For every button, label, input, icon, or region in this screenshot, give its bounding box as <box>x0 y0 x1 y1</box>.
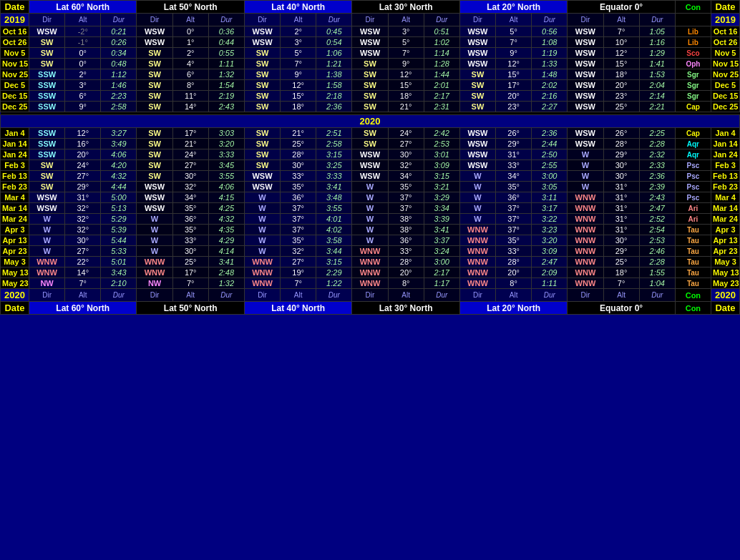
eq-dur-sub: Dur <box>639 14 675 26</box>
date-cell-right: Mar 14 <box>711 203 740 214</box>
dir-cell: WSW <box>244 182 280 192</box>
alt-cell: 33° <box>496 160 532 171</box>
dur-cell: 2:42 <box>424 128 459 139</box>
alt-cell: 7° <box>172 278 208 289</box>
date-cell-right: Apr 13 <box>711 235 740 246</box>
alt-cell: 18° <box>388 91 424 102</box>
dur-cell: 2:43 <box>208 102 244 112</box>
dir-cell: SW <box>137 102 172 112</box>
dur-cell: 3:15 <box>316 257 352 267</box>
alt-cell: 35° <box>496 235 532 246</box>
alt-cell: 37° <box>496 225 532 235</box>
date-cell: May 3 <box>1 257 29 267</box>
dur-cell: 3:21 <box>424 182 459 192</box>
dir-cell: WNW <box>568 257 603 267</box>
dur-cell: 2:31 <box>424 102 459 112</box>
dir-cell: SW <box>29 48 65 59</box>
alt-cell: 32° <box>172 182 208 192</box>
dir-cell: SW <box>137 48 172 59</box>
dur-cell: 2:14 <box>639 91 675 102</box>
date-cell: Oct 16 <box>1 26 29 37</box>
dir-cell: W <box>568 182 603 192</box>
alt-cell: 24° <box>388 128 424 139</box>
alt-cell: 37° <box>496 203 532 214</box>
date-cell: Feb 3 <box>1 160 29 171</box>
con-cell: Sgr <box>675 80 711 91</box>
alt-cell: 36° <box>496 192 532 203</box>
dur-cell: 5:33 <box>101 246 137 257</box>
dur-cell: 1:16 <box>639 37 675 48</box>
alt-cell: 38° <box>388 214 424 225</box>
dir-cell: WSW <box>29 26 65 37</box>
table-row: May 23 NW 7° 2:10 NW 7° 1:32 WNW 7° 1:22… <box>1 278 740 289</box>
dur-cell: 3:22 <box>532 214 568 225</box>
dur-cell: 3:17 <box>532 203 568 214</box>
alt-cell: 7° <box>65 278 101 289</box>
alt-cell: 31° <box>603 192 639 203</box>
lat40-dir-sub-bot: Dir <box>244 289 280 302</box>
dur-cell: 5:01 <box>101 257 137 267</box>
dur-cell: 1:54 <box>208 80 244 91</box>
table-row: Feb 13 SW 27° 4:32 SW 30° 3:55 WSW 33° 3… <box>1 171 740 182</box>
dur-cell: 3:37 <box>424 235 459 246</box>
dur-cell: 1:19 <box>532 48 568 59</box>
dir-cell: SW <box>29 37 65 48</box>
table-row: Oct 16 WSW -2° 0:21 WSW 0° 0:36 WSW 2° 0… <box>1 26 740 37</box>
dir-cell: WSW <box>459 26 495 37</box>
dur-cell: 4:35 <box>208 225 244 235</box>
lat50-alt-sub-bot: Alt <box>172 289 208 302</box>
dur-cell: 3:41 <box>316 182 352 192</box>
dur-cell: 3:01 <box>424 149 459 160</box>
year-2019-top: 2019 <box>1 14 29 26</box>
alt-cell: 12° <box>65 128 101 139</box>
dur-cell: 5:00 <box>101 192 137 203</box>
alt-cell: 0° <box>65 59 101 69</box>
dir-cell: WNW <box>568 235 603 246</box>
lat60-header-bot: Lat 60° North <box>29 302 137 315</box>
alt-cell: 37° <box>388 192 424 203</box>
dir-cell: W <box>244 214 280 225</box>
alt-cell: 5° <box>496 26 532 37</box>
dur-cell: 4:06 <box>208 182 244 192</box>
alt-cell: 30° <box>603 235 639 246</box>
alt-cell: 8° <box>172 80 208 91</box>
con-sub-bot: Con <box>675 289 711 302</box>
date-cell: May 23 <box>1 278 29 289</box>
dur-cell: 0:36 <box>208 26 244 37</box>
dir-cell: SW <box>459 102 495 112</box>
dur-cell: 2:58 <box>101 102 137 112</box>
dir-cell: SW <box>352 139 388 149</box>
alt-cell: 7° <box>603 278 639 289</box>
dir-cell: SW <box>459 80 495 91</box>
alt-cell: 28° <box>388 257 424 267</box>
dir-cell: NW <box>137 278 172 289</box>
eq-dur-sub-bot: Dur <box>639 289 675 302</box>
dur-cell: 3:39 <box>424 214 459 225</box>
lat50-dir-sub-bot: Dir <box>137 289 172 302</box>
dir-cell: SSW <box>29 139 65 149</box>
dur-cell: 1:05 <box>639 26 675 37</box>
table-row: Apr 3 W 32° 5:39 W 35° 4:35 W 37° 4:02 W… <box>1 225 740 235</box>
dir-cell: SW <box>29 182 65 192</box>
date-cell: Apr 23 <box>1 246 29 257</box>
dir-cell: SW <box>244 80 280 91</box>
dur-cell: 1:17 <box>424 278 459 289</box>
lat60-alt-sub: Alt <box>65 14 101 26</box>
alt-cell: 17° <box>172 128 208 139</box>
con-cell: Oph <box>675 59 711 69</box>
con-header-top: Con <box>675 1 711 14</box>
alt-cell: 29° <box>496 139 532 149</box>
dur-cell: 1:29 <box>639 48 675 59</box>
dur-cell: 1:33 <box>532 59 568 69</box>
dur-cell: 3:33 <box>208 149 244 160</box>
dir-cell: WNW <box>568 192 603 203</box>
con-cell: Sgr <box>675 69 711 80</box>
alt-cell: 25° <box>172 257 208 267</box>
dir-cell: SW <box>137 160 172 171</box>
dir-cell: SW <box>137 91 172 102</box>
table-row: Jan 4 SSW 12° 3:27 SW 17° 3:03 SW 21° 2:… <box>1 128 740 139</box>
date-cell: Feb 13 <box>1 171 29 182</box>
alt-cell: -1° <box>65 37 101 48</box>
lat30-alt-sub-bot: Alt <box>388 289 424 302</box>
dir-cell: W <box>568 160 603 171</box>
